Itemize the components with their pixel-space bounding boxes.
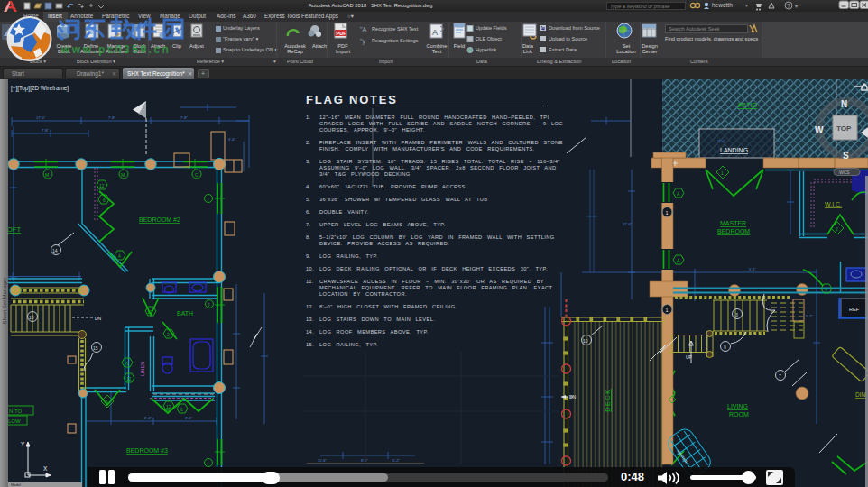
svg-text:10: 10 bbox=[147, 309, 152, 315]
svg-text:1: 1 bbox=[721, 170, 724, 176]
svg-text:4: 4 bbox=[106, 400, 108, 405]
svg-text:N: N bbox=[841, 99, 847, 109]
svg-text:W: W bbox=[815, 125, 824, 135]
svg-text:A: A bbox=[677, 191, 680, 197]
svg-text:Y: Y bbox=[21, 441, 25, 447]
svg-text:REF: REF bbox=[849, 307, 860, 312]
svg-text:A: A bbox=[677, 258, 680, 263]
svg-text:11'-6": 11'-6" bbox=[318, 458, 327, 463]
svg-text:TOP: TOP bbox=[836, 124, 852, 133]
svg-text:2: 2 bbox=[836, 226, 838, 232]
svg-text:5'-2": 5'-2" bbox=[392, 458, 401, 463]
svg-text:A: A bbox=[432, 28, 438, 37]
svg-text:BEDROOM #3: BEDROOM #3 bbox=[126, 447, 168, 454]
svg-text:3: 3 bbox=[735, 312, 738, 317]
svg-text:5'-7": 5'-7" bbox=[806, 314, 814, 318]
svg-text:M: M bbox=[121, 172, 125, 178]
svg-text:LANDING: LANDING bbox=[720, 147, 748, 153]
svg-text:I: I bbox=[208, 197, 208, 202]
svg-text:4: 4 bbox=[118, 253, 121, 259]
svg-text:S: S bbox=[843, 151, 849, 161]
svg-text:MASTER: MASTER bbox=[720, 220, 746, 226]
svg-text:3'-4": 3'-4" bbox=[185, 416, 193, 420]
svg-text:MASTER: MASTER bbox=[676, 449, 688, 464]
svg-text:BEDROOM: BEDROOM bbox=[717, 228, 750, 234]
svg-text:"y: "y bbox=[360, 38, 365, 45]
svg-text:M: M bbox=[45, 172, 49, 178]
svg-text:13: 13 bbox=[29, 315, 34, 320]
svg-text:ROOM: ROOM bbox=[729, 411, 749, 418]
svg-text:PATIO: PATIO bbox=[738, 101, 758, 109]
svg-text:7: 7 bbox=[779, 373, 781, 379]
svg-text:6: 6 bbox=[103, 198, 106, 203]
svg-text:10: 10 bbox=[583, 338, 588, 344]
svg-text:BATH: BATH bbox=[177, 310, 193, 317]
svg-text:5'-1": 5'-1" bbox=[749, 267, 757, 271]
svg-text:[−][Top][2D Wireframe]: [−][Top][2D Wireframe] bbox=[11, 85, 69, 92]
svg-text:DIN: DIN bbox=[855, 391, 866, 398]
svg-text:12: 12 bbox=[166, 404, 171, 409]
svg-text:DN: DN bbox=[569, 394, 577, 400]
svg-text:11'-0": 11'-0" bbox=[717, 140, 725, 143]
svg-text:2: 2 bbox=[167, 332, 170, 337]
svg-text:6: 6 bbox=[180, 407, 183, 412]
svg-text:?: ? bbox=[787, 3, 790, 9]
svg-text:OFT: OFT bbox=[7, 225, 21, 234]
svg-text:J: J bbox=[208, 302, 210, 308]
svg-text:W.I.C.: W.I.C. bbox=[825, 201, 842, 207]
svg-text:8'-0": 8'-0" bbox=[361, 458, 369, 463]
svg-text:LINEN: LINEN bbox=[140, 362, 145, 376]
svg-text:17'-6": 17'-6" bbox=[623, 222, 633, 226]
svg-text:2'-4": 2'-4" bbox=[144, 416, 152, 420]
svg-text:12: 12 bbox=[126, 376, 132, 381]
svg-text:7'-8": 7'-8" bbox=[108, 115, 116, 120]
svg-text:DN: DN bbox=[95, 316, 102, 321]
svg-text:PDF: PDF bbox=[337, 31, 347, 36]
svg-text:UP: UP bbox=[686, 354, 693, 360]
svg-text:14: 14 bbox=[52, 248, 58, 253]
svg-text:1: 1 bbox=[666, 308, 669, 313]
svg-text:1: 1 bbox=[666, 210, 669, 216]
svg-text:WCS: WCS bbox=[839, 170, 850, 175]
svg-text:17'-0": 17'-0" bbox=[36, 115, 46, 120]
svg-text:9: 9 bbox=[724, 345, 726, 350]
svg-text:X: X bbox=[43, 465, 48, 472]
svg-text:LOW: LOW bbox=[8, 418, 21, 424]
svg-text:C: C bbox=[195, 172, 199, 178]
svg-text:"A: "A bbox=[360, 26, 366, 32]
svg-text:LIVING: LIVING bbox=[727, 403, 748, 409]
svg-text:BEDROOM #2: BEDROOM #2 bbox=[139, 216, 180, 223]
svg-text:N TO: N TO bbox=[9, 409, 22, 414]
svg-text:DECK: DECK bbox=[604, 389, 612, 412]
svg-text:12: 12 bbox=[99, 183, 105, 188]
svg-text:3'-6": 3'-6" bbox=[228, 137, 236, 142]
svg-text:15: 15 bbox=[93, 345, 98, 351]
svg-text:4: 4 bbox=[825, 287, 827, 292]
svg-text:I: I bbox=[208, 461, 208, 466]
svg-text:7'-8": 7'-8" bbox=[180, 115, 189, 120]
svg-text:7'-8": 7'-8" bbox=[42, 128, 50, 133]
svg-text:6: 6 bbox=[125, 361, 128, 366]
svg-text:▾: ▾ bbox=[795, 4, 798, 9]
